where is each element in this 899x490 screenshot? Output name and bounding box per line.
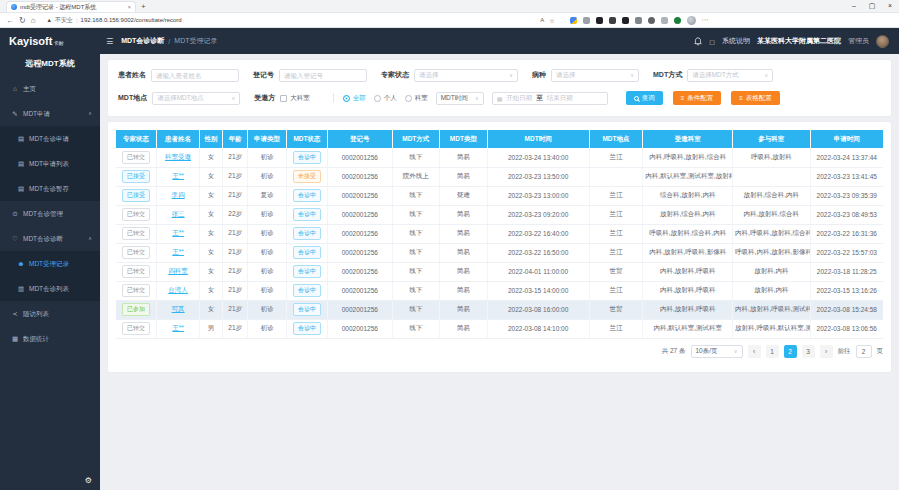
scope-radio-个人[interactable]: 个人: [374, 94, 397, 103]
app-logo: Kayisoft 卡耐: [0, 35, 100, 47]
register-no-input[interactable]: [279, 69, 367, 82]
goto-page-input[interactable]: [856, 345, 872, 358]
patient-name-link[interactable]: 可其: [172, 305, 185, 312]
home-icon[interactable]: ⌂: [31, 13, 36, 28]
sidebar-item-MDT会诊管理[interactable]: ⊙MDT会诊管理: [0, 201, 100, 226]
page-button-3[interactable]: 3: [802, 345, 815, 358]
browser-tab[interactable]: mdt受理记录 - 远程MDT系统 ×: [6, 1, 136, 12]
read-aloud-icon[interactable]: A: [540, 17, 544, 24]
cell-apply_type: 复诊: [248, 186, 286, 205]
expert-status-tag: 已转交: [122, 151, 150, 164]
prev-page-button[interactable]: ‹: [748, 345, 761, 358]
sidebar-item-MDT会诊诊断[interactable]: ♡MDT会诊诊断∧: [0, 226, 100, 251]
notification-bell-icon[interactable]: [694, 37, 702, 46]
date-range-picker[interactable]: ▦ 开始日期 至 结束日期: [492, 92, 608, 105]
user-avatar[interactable]: [876, 35, 889, 48]
minimize-button[interactable]: –: [845, 0, 863, 12]
cell-participating_depts: 放射科,内科: [733, 281, 810, 300]
extension-icon[interactable]: [622, 17, 629, 24]
cell-mdt_type: 简易: [440, 205, 488, 224]
page-size-select[interactable]: 10条/页 ∨: [691, 345, 743, 358]
extension-icon[interactable]: [648, 17, 655, 24]
sidebar-item-MDT受理记录[interactable]: ☻MDT受理记录: [0, 251, 100, 276]
scope-radio-科室[interactable]: 科室: [405, 94, 428, 103]
cell-mdt_mode: 线下: [392, 205, 440, 224]
patient-name-link[interactable]: 台湾人: [168, 286, 188, 293]
cell-expert_status: 已参加: [116, 300, 157, 319]
cell-age: 21岁: [223, 243, 248, 262]
cell-mdt_time: 2022-04-01 11:00:00: [487, 262, 589, 281]
refresh-icon[interactable]: ↻: [19, 13, 26, 28]
favorite-star-icon[interactable]: ☆: [549, 17, 554, 24]
logo-suffix: 卡耐: [53, 40, 63, 46]
condition-config-button[interactable]: ≡ 条件配置: [673, 91, 722, 105]
sidebar-item-MDT申请[interactable]: ✎MDT申请∧: [0, 101, 100, 126]
back-icon[interactable]: ←: [6, 13, 14, 28]
restore-button[interactable]: ▢: [863, 0, 881, 12]
close-button[interactable]: ×: [881, 0, 899, 12]
cell-mdt_location: 兰江: [589, 224, 643, 243]
extension-icon[interactable]: [596, 17, 603, 24]
cell-participating_depts: 呼吸科,放射科: [733, 148, 810, 167]
system-help-link[interactable]: 系统说明: [722, 36, 750, 46]
cell-gender: 女: [200, 300, 223, 319]
new-tab-button[interactable]: +: [141, 2, 146, 12]
scope-radio-全部[interactable]: 全部: [343, 94, 366, 103]
extension-icon[interactable]: [635, 17, 642, 24]
sidebar-item-随访列表[interactable]: ≺随访列表: [0, 301, 100, 326]
dept-checkbox[interactable]: [280, 95, 287, 102]
sidebar-item-主页[interactable]: ⌂主页: [0, 76, 100, 101]
patient-name-link[interactable]: 张三: [172, 210, 185, 217]
patient-name-link[interactable]: 李四: [172, 191, 185, 198]
patient-name-link[interactable]: 王**: [172, 324, 184, 331]
sidebar-item-MDT会诊申请[interactable]: ▤MDT会诊申请: [0, 126, 100, 151]
extension-icon[interactable]: [674, 17, 681, 24]
cell-gender: 女: [200, 281, 223, 300]
cell-mdt_location: 兰江: [589, 281, 643, 300]
extension-icon[interactable]: [570, 17, 577, 24]
sidebar-collapse-icon[interactable]: ☰: [106, 37, 113, 46]
cell-apply_time: 2022-03-08 13:06:56: [810, 319, 883, 338]
sidebar-item-MDT申请列表[interactable]: ▤MDT申请列表: [0, 151, 100, 176]
settings-gear-icon[interactable]: ⚙: [85, 476, 92, 485]
patient-name-link[interactable]: 科室受邀: [165, 153, 191, 160]
config-icon: ≡: [681, 95, 685, 101]
cell-patient_name: 王**: [157, 224, 200, 243]
sidebar-item-MDT会诊暂存[interactable]: ▤MDT会诊暂存: [0, 176, 100, 201]
search-button[interactable]: 查询: [626, 91, 663, 105]
sidebar-item-数据统计[interactable]: ▦数据统计: [0, 326, 100, 351]
mdt-mode-select[interactable]: 请选择MDT方式 ∨: [687, 69, 773, 82]
column-header: MDT状态: [286, 130, 327, 148]
security-warning-icon: ▲: [47, 17, 52, 23]
patient-name-link[interactable]: 王**: [172, 172, 184, 179]
tab-close-icon[interactable]: ×: [127, 4, 131, 10]
sidebar-item-label: MDT申请: [23, 101, 50, 126]
table-config-button[interactable]: ≡ 表格配置: [731, 91, 780, 105]
table-header-row: 专家状态患者姓名性别年龄申请类型MDT状态登记号MDT方式MDT类型MDT时间M…: [116, 130, 883, 148]
browser-profile-avatar[interactable]: [687, 16, 696, 25]
mdt-location-select[interactable]: 请选择MDT地点 ∨: [152, 92, 240, 105]
sidebar-item-MDT会诊列表[interactable]: ▥MDT会诊列表: [0, 276, 100, 301]
sidebar-item-label: 主页: [23, 76, 36, 101]
breadcrumb-separator: /: [168, 38, 170, 45]
expert-status-select[interactable]: 请选择 ∨: [414, 69, 518, 82]
patient-name-link[interactable]: 王**: [172, 229, 184, 236]
chevron-up-icon: ∧: [88, 101, 92, 126]
extension-icon[interactable]: [609, 17, 616, 24]
page-button-2[interactable]: 2: [784, 345, 797, 358]
cell-mdt_location: 兰江: [589, 319, 643, 338]
next-page-button[interactable]: ›: [820, 345, 833, 358]
browser-menu-icon[interactable]: ⋯: [702, 16, 709, 24]
cell-invited_depts: 内科,放射科,呼吸科,影像科: [643, 243, 733, 262]
extension-icon[interactable]: [583, 17, 590, 24]
page-button-1[interactable]: 1: [766, 345, 779, 358]
split-screen-icon[interactable]: [661, 17, 668, 24]
cell-mdt_mode: 线下: [392, 224, 440, 243]
cell-invited_depts: 内科,放射科,呼吸科: [643, 262, 733, 281]
mdt-time-select[interactable]: MDT时间 ∨: [436, 92, 484, 105]
disease-select[interactable]: 请选择 ∨: [551, 69, 639, 82]
url-field[interactable]: ▲ 不安全 | 192.168.0.156:9002/consultate/re…: [41, 15, 561, 26]
patient-name-link[interactable]: 王**: [172, 248, 184, 255]
patient-name-input[interactable]: [151, 69, 239, 82]
patient-name-link[interactable]: 四科室: [168, 267, 188, 274]
